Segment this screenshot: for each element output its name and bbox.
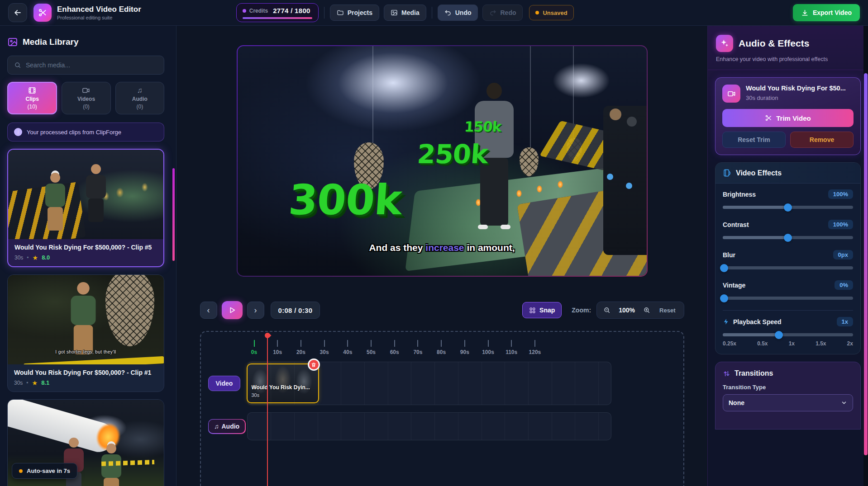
clip-card-5[interactable]: Would You Risk Dying For $500,000? - Cli… (7, 149, 164, 267)
audio-track-row: ♫Audio (208, 412, 676, 440)
blur-slider[interactable] (723, 266, 853, 269)
video-track-lane[interactable]: Would You Risk Dyin... 30s (247, 362, 611, 405)
autosave-toast: Auto-save in 7s (12, 463, 77, 479)
tab-videos-count: (0) (83, 104, 90, 110)
contrast-slider-thumb[interactable] (784, 234, 792, 242)
grid-line (598, 362, 599, 405)
search-media-input[interactable]: Search media... (7, 56, 164, 75)
grid-line (341, 413, 341, 440)
sidebar-scrollbar-thumb[interactable] (172, 168, 175, 261)
trash-icon (311, 362, 316, 368)
playback-speed-marks: 0.25x0.5x1x1.5x2x (723, 340, 853, 347)
undo-label: Undo (455, 9, 472, 16)
grid-line (388, 413, 388, 440)
playhead[interactable] (267, 335, 268, 486)
overlay-300k: 300k (287, 182, 403, 219)
remove-clip-button[interactable]: Remove (790, 132, 854, 148)
grid-line (411, 413, 411, 440)
speed-mark: 2x (847, 340, 853, 347)
trim-video-button[interactable]: Trim Video (722, 109, 854, 127)
grid-line (458, 413, 458, 440)
tab-clips-label: Clips (25, 96, 38, 102)
contrast-slider[interactable] (723, 236, 853, 239)
back-arrow-icon (13, 8, 22, 17)
tab-audio-count: (0) (136, 104, 143, 110)
clipforge-banner-text: Your processed clips from ClipForge (27, 129, 121, 136)
transitions-card: Transitions Transition Type None (715, 362, 861, 429)
projects-label: Projects (348, 9, 372, 16)
media-library-icon (7, 37, 18, 47)
zoom-in-button[interactable] (639, 303, 654, 317)
timeline-panel[interactable]: 0s10s20s30s40s50s60s70s80s90s100s110s120… (200, 331, 684, 486)
timeline-clip[interactable]: Would You Risk Dyin... 30s (247, 363, 319, 403)
folder-icon (337, 9, 344, 16)
sparkles-icon (716, 35, 733, 52)
grid-line (318, 362, 318, 405)
grid-line (528, 362, 529, 405)
grid-line (434, 362, 435, 405)
reset-trim-button[interactable]: Reset Trim (722, 132, 786, 148)
grid-line (318, 413, 318, 440)
export-label: Export Video (813, 9, 852, 16)
vintage-slider-thumb[interactable] (720, 294, 728, 302)
vintage-label: Vintage (723, 282, 745, 289)
projects-button[interactable]: Projects (330, 5, 379, 21)
redo-button[interactable]: Redo (482, 5, 523, 21)
brightness-slider-thumb[interactable] (784, 203, 792, 212)
grid-line (388, 362, 388, 405)
grid-line (364, 362, 365, 405)
vintage-value: 0% (835, 280, 853, 290)
clip-card-1[interactable]: I got shorter legs, but they'll Would Yo… (7, 274, 164, 392)
video-camera-icon (82, 86, 90, 94)
snap-toggle[interactable]: Snap (522, 302, 562, 318)
previous-frame-button[interactable]: ‹ (200, 302, 217, 319)
playback-speed-section: Playback Speed 1x 0.25x0.5x1x1.5x2x (715, 311, 860, 354)
back-button[interactable] (8, 3, 27, 22)
vintage-slider[interactable] (723, 297, 853, 300)
zoom-value: 100% (614, 307, 639, 314)
brightness-slider[interactable] (723, 206, 853, 209)
window-scrollbar[interactable] (863, 26, 868, 486)
video-track-label: Video (208, 376, 241, 391)
play-button[interactable] (222, 301, 243, 319)
timeline-ruler: 0s10s20s30s40s50s60s70s80s90s100s110s120… (247, 339, 676, 360)
next-frame-button[interactable]: › (247, 302, 264, 319)
tab-audio[interactable]: ♫ Audio (0) (115, 82, 164, 114)
clip-thumbnail: I got shorter legs, but they'll (8, 275, 164, 364)
overlay-150k: 150k (464, 121, 501, 133)
app-title: Enhanced Video Editor (57, 5, 141, 14)
image-icon (391, 9, 398, 16)
clipforge-banner: i Your processed clips from ClipForge (7, 123, 164, 142)
playback-speed-slider[interactable] (723, 333, 853, 336)
video-preview[interactable]: 150k 250k 300k And as they increase in a… (237, 45, 648, 277)
lightning-icon (723, 318, 730, 325)
transition-type-value: None (729, 399, 744, 406)
unsaved-label: Unsaved (543, 9, 567, 16)
media-button[interactable]: Media (384, 5, 426, 21)
zoom-reset-button[interactable]: Reset (654, 307, 681, 314)
zoom-out-button[interactable] (600, 303, 614, 317)
tab-videos[interactable]: Videos (0) (62, 82, 110, 114)
audio-track-label: ♫Audio (209, 420, 245, 433)
audio-track-lane[interactable] (247, 412, 611, 440)
transition-type-select[interactable]: None (723, 394, 853, 411)
undo-button[interactable]: Undo (438, 5, 478, 21)
export-video-button[interactable]: Export Video (793, 4, 860, 21)
grid-line (271, 413, 271, 440)
speed-mark: 0.5x (757, 340, 768, 347)
blur-slider-thumb[interactable] (720, 264, 728, 272)
up-down-arrows-icon (723, 370, 730, 377)
search-placeholder: Search media... (26, 61, 70, 69)
playback-speed-thumb[interactable] (775, 331, 783, 339)
grid-line (505, 413, 505, 440)
timeline-clip-title: Would You Risk Dyin... (252, 384, 315, 391)
undo-icon (444, 9, 452, 16)
video-editor-app: Enhanced Video Editor Professional editi… (0, 0, 868, 486)
transition-type-label: Transition Type (723, 384, 853, 391)
window-scrollbar-thumb[interactable] (864, 73, 868, 455)
autosave-label: Auto-save in 7s (27, 467, 70, 474)
timeline-controls: ‹ › 0:08 / 0:30 Snap Zoom: 100% Reset (200, 301, 684, 319)
selected-clip-duration: 30s duration (746, 94, 846, 101)
tab-videos-label: Videos (77, 96, 95, 102)
tab-clips[interactable]: Clips (10) (7, 82, 57, 114)
